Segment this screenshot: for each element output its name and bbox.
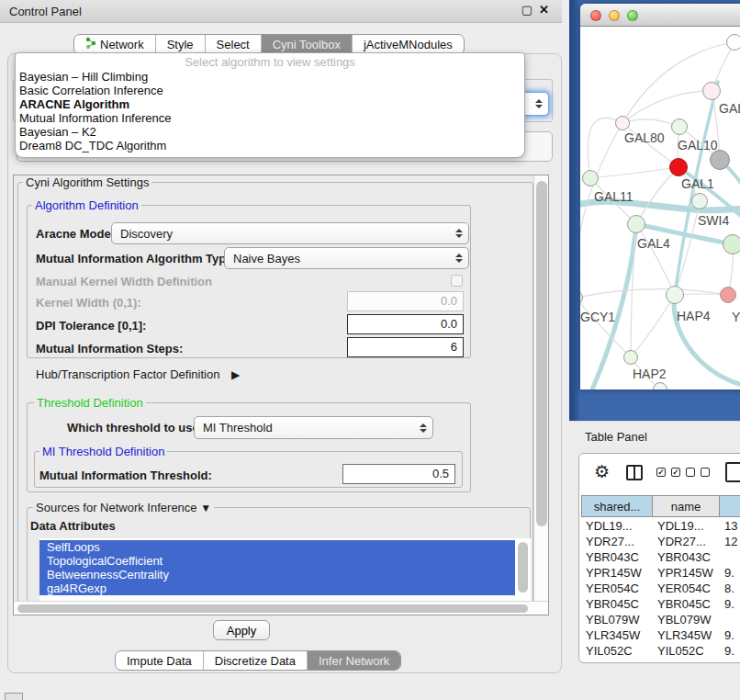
hub-definition-label: Hub/Transcription Factor Definition bbox=[36, 367, 219, 381]
table-cell[interactable]: YDR27... bbox=[653, 534, 720, 549]
bottom-left-icon-fragment[interactable] bbox=[5, 693, 23, 700]
control-panel-title: Control Panel bbox=[9, 5, 82, 18]
algorithm-option[interactable]: Bayesian – Hill Climbing bbox=[16, 70, 524, 84]
network-node[interactable] bbox=[669, 158, 688, 176]
bottom-tab-infer-network[interactable]: Infer Network bbox=[307, 651, 400, 670]
network-node[interactable] bbox=[691, 193, 708, 209]
table-cell[interactable]: YBL079W bbox=[653, 612, 720, 627]
settings-horizontal-scrollbar[interactable] bbox=[14, 601, 549, 615]
network-node[interactable] bbox=[723, 234, 740, 254]
mi-type-combo[interactable]: Naive Bayes bbox=[224, 247, 469, 269]
bottom-tab-impute-data[interactable]: Impute Data bbox=[116, 651, 203, 670]
data-attributes-list[interactable]: SelfLoopsTopologicalCoefficientBetweenne… bbox=[39, 538, 531, 607]
table-panel-titlebar: Table Panel bbox=[569, 421, 740, 452]
bottom-tab-discretize-data[interactable]: Discretize Data bbox=[203, 651, 307, 670]
table-cell[interactable]: YBR045C bbox=[581, 596, 653, 612]
column-header-2[interactable]: name bbox=[653, 495, 720, 517]
table-cell[interactable]: YBR043C bbox=[581, 549, 653, 565]
table-cell[interactable] bbox=[720, 612, 740, 627]
attribute-list-item[interactable]: BetweennessCentrality bbox=[39, 568, 515, 581]
deselect-all-icon[interactable] bbox=[686, 468, 695, 477]
attribute-list-item[interactable]: gal4RGexp bbox=[39, 581, 515, 595]
which-threshold-combo[interactable]: MI Threshold bbox=[194, 416, 433, 439]
mi-threshold-field[interactable]: 0.5 bbox=[342, 464, 455, 484]
select-all-icon[interactable]: ✓ bbox=[656, 468, 666, 477]
aracne-mode-combo[interactable]: Discovery bbox=[111, 222, 469, 244]
network-node[interactable] bbox=[666, 286, 684, 304]
table-export-icon[interactable] bbox=[725, 462, 740, 482]
tab-jactivemnodules[interactable]: jActiveMNodules bbox=[352, 35, 464, 54]
network-node[interactable] bbox=[671, 119, 688, 135]
mi-steps-field[interactable]: 6 bbox=[347, 337, 464, 357]
algorithm-option[interactable]: Bayesian – K2 bbox=[16, 125, 524, 139]
table-cell[interactable]: 8. bbox=[720, 581, 740, 596]
column-header-3[interactable]: A bbox=[720, 495, 740, 517]
split-columns-icon[interactable] bbox=[626, 465, 643, 480]
mi-steps-label: Mutual Information Steps: bbox=[36, 342, 183, 356]
table-cell[interactable]: 13 bbox=[720, 518, 740, 534]
network-canvas[interactable]: GALGAL80GAL10GAL1GAL11SWI4GAL4GCY1HAP4YH… bbox=[580, 27, 740, 390]
zoom-window-icon[interactable] bbox=[627, 10, 638, 21]
table-cell[interactable]: YER054C bbox=[581, 581, 653, 596]
attribute-list-item[interactable]: SelfLoops bbox=[39, 540, 515, 554]
attribute-list-item[interactable]: TopologicalCoefficient bbox=[39, 554, 515, 568]
table-toolbar: ⚙ ✓ ✓ bbox=[579, 454, 740, 494]
table-cell[interactable]: YIL052C bbox=[581, 643, 653, 659]
algorithm-option[interactable]: ARACNE Algorithm bbox=[16, 97, 524, 111]
table-cell[interactable] bbox=[720, 549, 740, 565]
network-node[interactable] bbox=[702, 82, 721, 100]
table-cell[interactable]: YPR145W bbox=[581, 565, 653, 581]
table-cell[interactable]: YIL052C bbox=[653, 643, 720, 659]
kernel-width-field[interactable]: 0.0 bbox=[347, 291, 464, 311]
network-node[interactable] bbox=[627, 215, 645, 233]
table-cell[interactable]: YBL079W bbox=[581, 612, 653, 627]
close-panel-icon[interactable]: ✕ bbox=[539, 3, 549, 17]
algorithm-option[interactable]: Dream8 DC_TDC Algorithm bbox=[16, 139, 524, 152]
tab-network[interactable]: Network bbox=[74, 35, 155, 54]
algorithm-option[interactable]: Basic Correlation Inference bbox=[16, 84, 524, 97]
network-node[interactable] bbox=[720, 287, 736, 303]
sources-collapse-icon[interactable]: ▼ bbox=[200, 502, 211, 514]
network-node[interactable] bbox=[726, 34, 740, 51]
close-window-icon[interactable] bbox=[590, 10, 601, 21]
minimize-window-icon[interactable] bbox=[609, 10, 620, 21]
table-cell[interactable]: YDR27... bbox=[581, 534, 653, 549]
table-cell[interactable]: YER054C bbox=[653, 581, 720, 596]
manual-kernel-checkbox[interactable] bbox=[451, 275, 463, 287]
deselect-all-icon-2[interactable] bbox=[701, 468, 710, 477]
table-cell[interactable]: YBR043C bbox=[653, 549, 720, 565]
column-header-1[interactable]: shared... bbox=[581, 495, 653, 517]
network-window-titlebar[interactable] bbox=[580, 4, 740, 27]
network-view-window[interactable]: GALGAL80GAL10GAL1GAL11SWI4GAL4GCY1HAP4YH… bbox=[580, 4, 740, 390]
network-node[interactable] bbox=[582, 170, 599, 186]
select-all-icon-2[interactable]: ✓ bbox=[671, 468, 680, 477]
node-attribute-table[interactable]: shared...nameA YDL19...YDL19...13YDR27..… bbox=[581, 495, 740, 662]
table-cell[interactable]: 9. bbox=[720, 596, 740, 612]
dpi-tolerance-field[interactable]: 0.0 bbox=[347, 314, 464, 334]
mi-type-value: Naive Bayes bbox=[233, 252, 300, 265]
table-cell[interactable]: YDL19... bbox=[581, 518, 653, 534]
network-node[interactable] bbox=[623, 350, 638, 365]
tab-cyni-toolbox[interactable]: Cyni Toolbox bbox=[261, 35, 352, 54]
table-cell[interactable]: 9. bbox=[720, 643, 740, 659]
tab-style[interactable]: Style bbox=[155, 35, 205, 54]
table-cell[interactable]: YPR145W bbox=[653, 565, 720, 581]
table-cell[interactable]: YLR345W bbox=[581, 627, 653, 643]
kernel-width-label: Kernel Width (0,1): bbox=[36, 296, 141, 310]
hub-expand-icon[interactable]: ▶ bbox=[231, 368, 240, 381]
table-cell[interactable]: YBR045C bbox=[653, 596, 720, 612]
network-node[interactable] bbox=[615, 116, 630, 130]
apply-button[interactable]: Apply bbox=[213, 620, 270, 640]
table-cell[interactable]: 12 bbox=[720, 534, 740, 549]
float-window-icon[interactable]: ▢ bbox=[521, 3, 533, 17]
table-cell[interactable]: YLR345W bbox=[653, 627, 720, 643]
attributes-list-scrollbar[interactable] bbox=[517, 540, 530, 601]
table-cell[interactable]: YDL19... bbox=[653, 518, 720, 534]
algorithm-option[interactable]: Mutual Information Inference bbox=[16, 111, 524, 125]
network-node[interactable] bbox=[710, 150, 730, 170]
gear-icon[interactable]: ⚙ bbox=[594, 461, 610, 482]
tab-select[interactable]: Select bbox=[205, 35, 261, 54]
table-cell[interactable]: 9. bbox=[720, 565, 740, 581]
table-cell[interactable]: 9. bbox=[720, 627, 740, 643]
settings-vertical-scrollbar[interactable] bbox=[533, 175, 549, 601]
